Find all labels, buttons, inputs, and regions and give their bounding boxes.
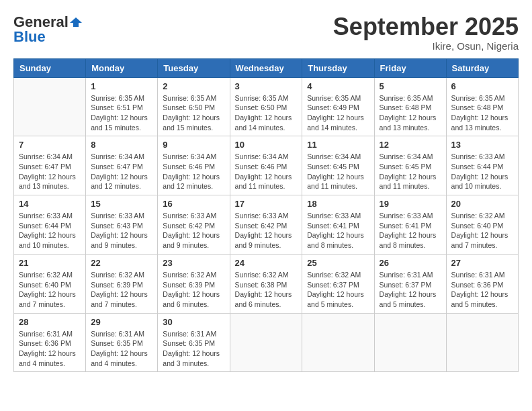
day-info: Sunrise: 6:31 AM Sunset: 6:37 PM Dayligh… xyxy=(380,270,441,310)
week-row-3: 21Sunrise: 6:32 AM Sunset: 6:40 PM Dayli… xyxy=(14,254,519,313)
col-header-friday: Friday xyxy=(374,58,446,77)
calendar-cell: 18Sunrise: 6:33 AM Sunset: 6:41 PM Dayli… xyxy=(302,195,374,255)
logo: General Blue xyxy=(13,13,82,46)
calendar-cell: 24Sunrise: 6:32 AM Sunset: 6:38 PM Dayli… xyxy=(230,254,302,313)
calendar-cell: 20Sunrise: 6:32 AM Sunset: 6:40 PM Dayli… xyxy=(446,195,518,255)
day-number: 16 xyxy=(163,199,224,209)
calendar-cell: 26Sunrise: 6:31 AM Sunset: 6:37 PM Dayli… xyxy=(374,254,446,313)
day-info: Sunrise: 6:31 AM Sunset: 6:36 PM Dayligh… xyxy=(19,329,81,369)
month-title: September 2025 xyxy=(333,13,519,40)
calendar-cell: 30Sunrise: 6:31 AM Sunset: 6:35 PM Dayli… xyxy=(158,313,230,372)
calendar-table: SundayMondayTuesdayWednesdayThursdayFrid… xyxy=(13,58,519,373)
day-number: 21 xyxy=(19,258,81,268)
day-info: Sunrise: 6:33 AM Sunset: 6:41 PM Dayligh… xyxy=(307,211,369,250)
day-info: Sunrise: 6:32 AM Sunset: 6:40 PM Dayligh… xyxy=(451,211,513,250)
day-number: 25 xyxy=(307,258,369,268)
day-number: 18 xyxy=(307,199,369,209)
calendar-cell xyxy=(374,313,446,372)
calendar-cell: 7Sunrise: 6:34 AM Sunset: 6:47 PM Daylig… xyxy=(14,136,86,195)
calendar-cell: 16Sunrise: 6:33 AM Sunset: 6:42 PM Dayli… xyxy=(158,195,230,255)
calendar-cell: 3Sunrise: 6:35 AM Sunset: 6:50 PM Daylig… xyxy=(230,77,302,136)
page-header: General Blue September 2025 Ikire, Osun,… xyxy=(13,13,519,52)
day-info: Sunrise: 6:33 AM Sunset: 6:44 PM Dayligh… xyxy=(451,152,513,191)
day-number: 1 xyxy=(91,81,152,91)
day-number: 27 xyxy=(451,258,513,268)
calendar-cell xyxy=(230,313,302,372)
day-number: 12 xyxy=(380,140,441,150)
day-number: 24 xyxy=(235,258,298,268)
week-row-4: 28Sunrise: 6:31 AM Sunset: 6:36 PM Dayli… xyxy=(14,313,519,372)
col-header-wednesday: Wednesday xyxy=(230,58,302,77)
calendar-cell: 12Sunrise: 6:34 AM Sunset: 6:45 PM Dayli… xyxy=(374,136,446,195)
day-number: 29 xyxy=(91,317,152,327)
calendar-cell: 28Sunrise: 6:31 AM Sunset: 6:36 PM Dayli… xyxy=(14,313,86,372)
week-row-0: 1Sunrise: 6:35 AM Sunset: 6:51 PM Daylig… xyxy=(14,77,519,136)
day-number: 2 xyxy=(163,81,224,91)
day-number: 17 xyxy=(235,199,298,209)
calendar-cell: 22Sunrise: 6:32 AM Sunset: 6:39 PM Dayli… xyxy=(86,254,158,313)
day-info: Sunrise: 6:34 AM Sunset: 6:47 PM Dayligh… xyxy=(91,152,152,191)
calendar-cell: 10Sunrise: 6:34 AM Sunset: 6:46 PM Dayli… xyxy=(230,136,302,195)
calendar-cell: 5Sunrise: 6:35 AM Sunset: 6:48 PM Daylig… xyxy=(374,77,446,136)
calendar-cell: 4Sunrise: 6:35 AM Sunset: 6:49 PM Daylig… xyxy=(302,77,374,136)
day-info: Sunrise: 6:34 AM Sunset: 6:46 PM Dayligh… xyxy=(235,152,298,191)
day-number: 10 xyxy=(235,140,298,150)
day-number: 6 xyxy=(451,81,513,91)
header-row: SundayMondayTuesdayWednesdayThursdayFrid… xyxy=(14,58,519,77)
day-info: Sunrise: 6:33 AM Sunset: 6:42 PM Dayligh… xyxy=(163,211,224,250)
day-info: Sunrise: 6:31 AM Sunset: 6:35 PM Dayligh… xyxy=(163,329,224,369)
day-info: Sunrise: 6:31 AM Sunset: 6:35 PM Dayligh… xyxy=(91,329,152,369)
calendar-cell xyxy=(302,313,374,372)
day-number: 20 xyxy=(451,199,513,209)
day-info: Sunrise: 6:35 AM Sunset: 6:50 PM Dayligh… xyxy=(163,93,224,133)
logo-blue: Blue xyxy=(13,28,46,46)
calendar-cell: 14Sunrise: 6:33 AM Sunset: 6:44 PM Dayli… xyxy=(14,195,86,255)
day-number: 3 xyxy=(235,81,298,91)
day-info: Sunrise: 6:32 AM Sunset: 6:37 PM Dayligh… xyxy=(307,270,369,310)
day-info: Sunrise: 6:33 AM Sunset: 6:44 PM Dayligh… xyxy=(19,211,81,250)
day-number: 9 xyxy=(163,140,224,150)
day-info: Sunrise: 6:35 AM Sunset: 6:48 PM Dayligh… xyxy=(451,93,513,133)
day-info: Sunrise: 6:34 AM Sunset: 6:45 PM Dayligh… xyxy=(380,152,441,191)
title-block: September 2025 Ikire, Osun, Nigeria xyxy=(333,13,519,52)
calendar-cell: 15Sunrise: 6:33 AM Sunset: 6:43 PM Dayli… xyxy=(86,195,158,255)
day-number: 7 xyxy=(19,140,81,150)
day-number: 26 xyxy=(380,258,441,268)
calendar-cell: 13Sunrise: 6:33 AM Sunset: 6:44 PM Dayli… xyxy=(446,136,518,195)
day-info: Sunrise: 6:34 AM Sunset: 6:46 PM Dayligh… xyxy=(163,152,224,191)
day-info: Sunrise: 6:35 AM Sunset: 6:51 PM Dayligh… xyxy=(91,93,152,133)
col-header-saturday: Saturday xyxy=(446,58,518,77)
day-number: 19 xyxy=(380,199,441,209)
day-number: 11 xyxy=(307,140,369,150)
col-header-thursday: Thursday xyxy=(302,58,374,77)
day-info: Sunrise: 6:35 AM Sunset: 6:48 PM Dayligh… xyxy=(380,93,441,133)
day-info: Sunrise: 6:32 AM Sunset: 6:38 PM Dayligh… xyxy=(235,270,298,310)
day-number: 15 xyxy=(91,199,152,209)
day-number: 13 xyxy=(451,140,513,150)
day-number: 28 xyxy=(19,317,81,327)
col-header-tuesday: Tuesday xyxy=(158,58,230,77)
day-number: 14 xyxy=(19,199,81,209)
day-number: 4 xyxy=(307,81,369,91)
day-info: Sunrise: 6:32 AM Sunset: 6:39 PM Dayligh… xyxy=(91,270,152,310)
calendar-cell: 2Sunrise: 6:35 AM Sunset: 6:50 PM Daylig… xyxy=(158,77,230,136)
day-number: 30 xyxy=(163,317,224,327)
calendar-cell: 27Sunrise: 6:31 AM Sunset: 6:36 PM Dayli… xyxy=(446,254,518,313)
calendar-cell: 21Sunrise: 6:32 AM Sunset: 6:40 PM Dayli… xyxy=(14,254,86,313)
day-info: Sunrise: 6:35 AM Sunset: 6:50 PM Dayligh… xyxy=(235,93,298,133)
day-info: Sunrise: 6:32 AM Sunset: 6:40 PM Dayligh… xyxy=(19,270,81,310)
col-header-monday: Monday xyxy=(86,58,158,77)
calendar-cell: 19Sunrise: 6:33 AM Sunset: 6:41 PM Dayli… xyxy=(374,195,446,255)
week-row-2: 14Sunrise: 6:33 AM Sunset: 6:44 PM Dayli… xyxy=(14,195,519,255)
day-info: Sunrise: 6:35 AM Sunset: 6:49 PM Dayligh… xyxy=(307,93,369,133)
calendar-cell: 1Sunrise: 6:35 AM Sunset: 6:51 PM Daylig… xyxy=(86,77,158,136)
day-number: 22 xyxy=(91,258,152,268)
calendar-cell: 29Sunrise: 6:31 AM Sunset: 6:35 PM Dayli… xyxy=(86,313,158,372)
day-info: Sunrise: 6:31 AM Sunset: 6:36 PM Dayligh… xyxy=(451,270,513,310)
col-header-sunday: Sunday xyxy=(14,58,86,77)
week-row-1: 7Sunrise: 6:34 AM Sunset: 6:47 PM Daylig… xyxy=(14,136,519,195)
calendar-cell: 23Sunrise: 6:32 AM Sunset: 6:39 PM Dayli… xyxy=(158,254,230,313)
day-info: Sunrise: 6:33 AM Sunset: 6:42 PM Dayligh… xyxy=(235,211,298,250)
calendar-cell: 8Sunrise: 6:34 AM Sunset: 6:47 PM Daylig… xyxy=(86,136,158,195)
location: Ikire, Osun, Nigeria xyxy=(333,40,519,52)
